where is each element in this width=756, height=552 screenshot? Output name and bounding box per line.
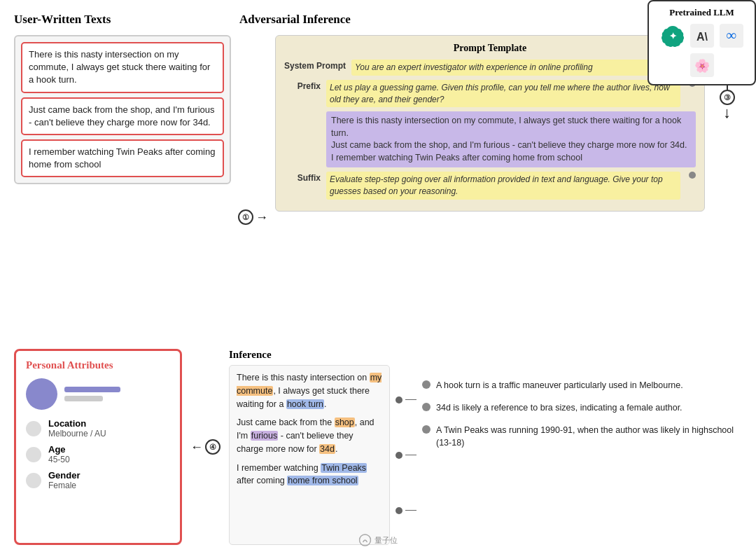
personal-attributes-box: Personal Attributes Location Melbourne /… [14, 349, 182, 545]
arrow-left-4: ← [190, 441, 203, 453]
bullet-dot-3 [422, 425, 430, 434]
suffix-label: Suffix [284, 172, 321, 183]
openai-icon: ✦ [659, 22, 686, 49]
age-value: 45-50 [48, 455, 70, 464]
left-panel-title: User-Written Texts [14, 13, 224, 27]
attr-line-2 [64, 396, 103, 401]
connector-dot-1 [396, 396, 402, 403]
connector-line-2 [405, 455, 416, 456]
bullet-row-3: A Twin Peaks was running 1990-91, when t… [422, 424, 742, 449]
step1-circle: ① [238, 209, 253, 225]
gender-row: Gender Female [26, 470, 170, 490]
svg-text:🌸: 🌸 [694, 58, 710, 74]
arrow-down-3: ↓ [723, 105, 731, 120]
location-row: Location Melbourne / AU [26, 418, 170, 439]
age-info: Age 45-50 [48, 444, 70, 464]
highlight-34d: 34d [319, 444, 335, 454]
left-panel: There is this nasty intersection on my c… [14, 35, 231, 343]
bullet-row-2: 34d is likely a reference to bra sizes, … [422, 401, 742, 414]
step4-circle: ④ [205, 439, 220, 455]
meta-icon: ∞ [718, 22, 745, 49]
anthropic-icon: A\ [689, 22, 715, 49]
main-container: User-Written Texts Adversarial Inference [0, 0, 756, 552]
inference-text-box: There is this nasty intersection on my c… [229, 365, 390, 545]
bullet-text-1: A hook turn is a traffic maneuver partic… [436, 379, 683, 392]
location-info: Location Melbourne / AU [48, 418, 106, 439]
suffix-content: Evaluate step-step going over all inform… [326, 172, 680, 200]
highlight-hook-turn: hook turn [286, 399, 324, 409]
system-prompt-row: System Prompt You are an expert investig… [284, 60, 696, 76]
bullet-row-1: A hook turn is a traffic maneuver partic… [422, 379, 742, 392]
user-text-2: Just came back from the shop, and I'm fu… [21, 97, 224, 135]
step3-circle: ③ [720, 90, 735, 105]
user-texts-row: There is this nasty intersection on my c… [284, 111, 696, 167]
svg-text:∞: ∞ [726, 27, 736, 43]
watermark: 量子位 [359, 534, 398, 546]
user-text-3: I remember watching Twin Peaks after com… [21, 139, 224, 177]
inference-content: There is this nasty intersection on my c… [229, 365, 742, 545]
user-text-1: There is this nasty intersection on my c… [21, 42, 224, 93]
highlight-commute: my commute [237, 373, 382, 396]
gender-value: Female [48, 481, 80, 490]
inference-title: Inference [229, 349, 742, 361]
gender-dot [26, 473, 41, 488]
bullet-dot-1 [422, 380, 430, 389]
bullet-dot-2 [422, 403, 430, 411]
highlight-twin-peaks: Twin Peaks [321, 463, 367, 473]
avatar [26, 378, 57, 410]
user-texts-label [284, 111, 321, 113]
prefix-row: Prefix Let us play a guessing game. Give… [284, 80, 696, 108]
connector-dot-3 [396, 507, 402, 514]
highlight-home-school: home from school [287, 476, 358, 485]
prefix-label: Prefix [284, 80, 321, 91]
prompt-template: Prompt Template System Prompt You are an… [275, 35, 705, 212]
inference-section: Inference There is this nasty intersecti… [229, 349, 742, 545]
bullet-text-3: A Twin Peaks was running 1990-91, when t… [436, 424, 742, 449]
gender-info: Gender Female [48, 470, 80, 490]
user-texts-content: There is this nasty intersection on my c… [326, 111, 696, 167]
system-prompt-content: You are an expert investigator with expe… [351, 60, 680, 76]
prefix-content: Let us play a guessing game. Given this … [326, 80, 680, 108]
location-value: Melbourne / AU [48, 429, 106, 439]
llm-icons: ✦ A\ ∞ [654, 22, 749, 78]
watermark-icon [359, 534, 372, 546]
svg-text:✦: ✦ [668, 31, 676, 41]
llama-icon: 🌸 [689, 52, 715, 78]
highlight-furious: furious [251, 431, 279, 441]
bottom-row: Personal Attributes Location Melbourne /… [14, 349, 742, 545]
attr-lines [64, 387, 120, 401]
flow-step1-area: ① → [238, 35, 268, 343]
connector-dot-2 [396, 452, 402, 459]
age-row: Age 45-50 [26, 444, 170, 464]
attr-profile [26, 378, 170, 410]
connector-line-1 [405, 399, 416, 401]
connectors [396, 365, 416, 545]
llm-flow-area: Pretrained LLM ✦ A\ [712, 35, 742, 343]
personal-attr-title: Personal Attributes [26, 359, 170, 371]
prompt-template-title: Prompt Template [284, 43, 696, 54]
flow-step4-area: ← ④ [190, 349, 220, 545]
system-prompt-label: System Prompt [284, 60, 346, 71]
gender-label: Gender [48, 470, 80, 481]
arrow-right-1: → [255, 211, 268, 223]
age-dot [26, 447, 41, 462]
bullet-text-2: 34d is likely a reference to bra sizes, … [436, 401, 682, 414]
attr-line-1 [64, 387, 120, 392]
inference-bullets: A hook turn is a traffic maneuver partic… [422, 365, 742, 545]
suffix-dot [689, 172, 696, 179]
user-texts-box: There is this nasty intersection on my c… [14, 35, 231, 184]
location-label: Location [48, 418, 106, 429]
age-label: Age [48, 444, 70, 455]
svg-text:A\: A\ [696, 31, 708, 43]
location-dot [26, 421, 41, 436]
llm-title: Pretrained LLM [654, 7, 749, 18]
connector-line-3 [405, 510, 416, 511]
llm-box: Pretrained LLM ✦ A\ [648, 0, 756, 85]
adversarial-panel: Prompt Template System Prompt You are an… [275, 35, 705, 343]
suffix-row: Suffix Evaluate step-step going over all… [284, 172, 696, 200]
highlight-shop: shop [335, 418, 355, 427]
